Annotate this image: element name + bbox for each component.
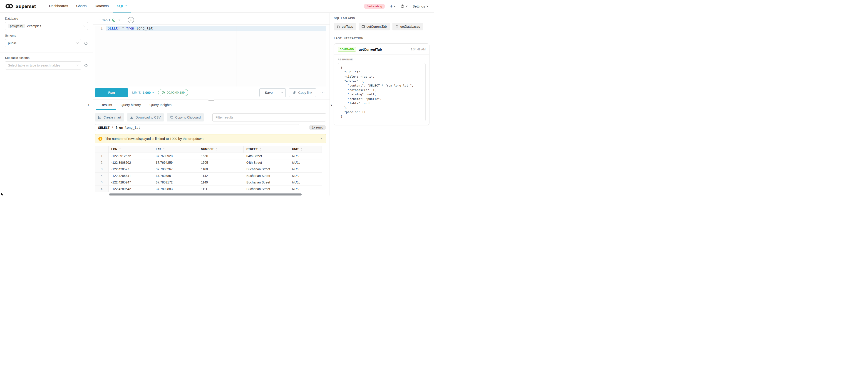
sql-token — [113, 126, 115, 129]
copy-icon — [170, 116, 173, 119]
code-line: SELECT * from long_lat — [107, 26, 153, 31]
copy-link-button[interactable]: Copy link — [289, 88, 316, 97]
editor-toolbar: Run LIMIT: 1 000 00:00:00.189 Save — [95, 88, 326, 97]
sort-icon[interactable] — [259, 148, 261, 151]
horizontal-scrollbar[interactable] — [95, 193, 322, 195]
database-label: Database — [5, 17, 88, 20]
column-header-street[interactable]: STREET — [244, 146, 289, 153]
sql-token: SELECT — [98, 126, 110, 129]
last-interaction-card: COMMAND getCurrentTab 9:34:48 AM RESPONS… — [334, 43, 430, 125]
column-label: STREET — [246, 148, 257, 151]
download-icon — [130, 116, 133, 119]
action-label: Copy to Clipboard — [175, 116, 201, 119]
tabs-icon — [337, 25, 340, 28]
response-json: { "id": "1", "title": "Tab 1", "editor":… — [341, 66, 423, 119]
database-type-tag: postgresql — [8, 24, 25, 28]
table-cell: 37.7694259 — [153, 159, 198, 166]
sql-token: * — [122, 26, 124, 30]
schema-label: Schema — [5, 34, 88, 37]
copy-link-label: Copy link — [298, 91, 312, 94]
table-cell: NULL — [289, 186, 322, 192]
caret-down-icon — [152, 92, 154, 93]
limit-value: 1 000 — [143, 91, 151, 94]
expand-panel-arrow[interactable]: › — [331, 103, 332, 108]
column-header-unit[interactable]: UNIT — [289, 146, 322, 153]
drag-handle[interactable] — [209, 98, 214, 101]
save-button[interactable]: Save — [259, 88, 278, 97]
chevron-down-icon — [83, 25, 85, 27]
table-row: 2-122.390850237.7694259150504th StreetNU… — [95, 159, 322, 166]
brand[interactable]: Superset — [5, 0, 36, 12]
row-count-badge: 1k rows — [309, 125, 326, 130]
chevron-down-icon — [76, 64, 79, 66]
table-cell: 1140 — [198, 179, 244, 186]
nav-item-datasets[interactable]: Datasets — [91, 0, 113, 12]
alert-close-icon[interactable]: × — [320, 137, 322, 140]
collapse-sidebar-arrow[interactable]: ‹ — [88, 103, 89, 108]
table-cell: Buchanan Street — [244, 166, 289, 172]
executed-query: SELECT * from long_lat — [95, 124, 299, 131]
create-chart-button[interactable]: Create chart — [95, 113, 124, 122]
save-options-caret[interactable] — [278, 88, 286, 97]
column-header-number[interactable]: NUMBER — [198, 146, 244, 153]
sort-icon[interactable] — [119, 148, 121, 151]
schema-row: public — [5, 39, 88, 47]
brand-name: Superset — [16, 4, 36, 9]
command-timestamp: 9:34:48 AM — [411, 48, 426, 51]
column-label: NUMBER — [201, 148, 214, 151]
tab-close-icon[interactable]: × — [118, 19, 120, 22]
chevron-down-icon — [76, 41, 79, 44]
run-button[interactable]: Run — [95, 88, 128, 97]
code-editor[interactable]: 1 SELECT * from long_lat — [95, 26, 326, 87]
more-options-button[interactable]: ⋯ — [319, 90, 326, 95]
table-cell: NULL — [289, 172, 322, 179]
chevron-down-icon — [125, 4, 127, 7]
sort-icon[interactable] — [301, 148, 303, 151]
scrollbar-thumb[interactable] — [109, 193, 302, 195]
results-tabbar: ResultsQuery historyQuery Insights — [93, 100, 330, 110]
table-row: Select table or type to search tables — [5, 61, 88, 69]
table-cell: NULL — [289, 153, 322, 159]
settings-menu[interactable]: Settings — [412, 4, 428, 8]
table-select[interactable]: Select table or type to search tables — [5, 61, 81, 69]
response-box: { "id": "1", "title": "Tab 1", "editor":… — [338, 63, 426, 121]
table-cell: -122.428577 — [108, 166, 153, 172]
add-tab-button[interactable]: + — [128, 17, 134, 23]
refresh-tables-icon[interactable] — [84, 64, 88, 67]
chevron-down-icon — [394, 4, 396, 7]
limit-dropdown[interactable]: LIMIT: 1 000 — [132, 91, 154, 94]
sort-icon[interactable] — [215, 148, 217, 151]
filter-results-input[interactable] — [212, 113, 326, 122]
download-to-csv-button[interactable]: Download to CSV — [127, 113, 164, 122]
table-cell: 1550 — [198, 153, 244, 159]
getTabs-button[interactable]: getTabs — [334, 23, 356, 30]
refresh-schemas-icon[interactable] — [84, 41, 88, 45]
results-tab-query-history[interactable]: Query history — [116, 100, 145, 110]
column-label: UNIT — [292, 148, 299, 151]
editor-tab[interactable]: Tab 1 × — [96, 16, 123, 25]
table-cell: 1142 — [198, 172, 244, 179]
column-header-lon[interactable]: LON — [108, 146, 153, 153]
sql-token — [120, 26, 122, 30]
sqllab-body: Database postgresql examples Schema publ… — [0, 13, 434, 195]
command-header: COMMAND getCurrentTab 9:34:48 AM — [334, 47, 429, 55]
sort-icon[interactable] — [163, 148, 165, 151]
getCurrentTab-button[interactable]: getCurrentTab — [359, 23, 390, 30]
api-button-label: getTabs — [342, 25, 353, 28]
nav-item-sql[interactable]: SQL — [113, 0, 131, 12]
database-select[interactable]: postgresql examples — [5, 22, 88, 30]
theme-toggle-button[interactable] — [401, 4, 407, 8]
table-row: 6-122.428954237.78028831111Buchanan Stre… — [95, 186, 322, 192]
column-header-lat[interactable]: LAT — [153, 146, 198, 153]
copy-to-clipboard-button[interactable]: Copy to Clipboard — [167, 113, 204, 122]
schema-select[interactable]: public — [5, 39, 81, 47]
nav-item-charts[interactable]: Charts — [72, 0, 91, 12]
mouse-cursor — [0, 192, 4, 195]
nav-item-dashboards[interactable]: Dashboards — [45, 0, 72, 12]
getDatabases-button[interactable]: getDatabases — [393, 23, 423, 30]
new-item-button[interactable]: + — [390, 4, 396, 9]
results-tab-query-insights[interactable]: Query Insights — [145, 100, 176, 110]
nav-item-label: Charts — [76, 4, 87, 8]
results-tab-results[interactable]: Results — [96, 100, 116, 110]
last-interaction-title: LAST INTERACTION — [334, 37, 430, 40]
